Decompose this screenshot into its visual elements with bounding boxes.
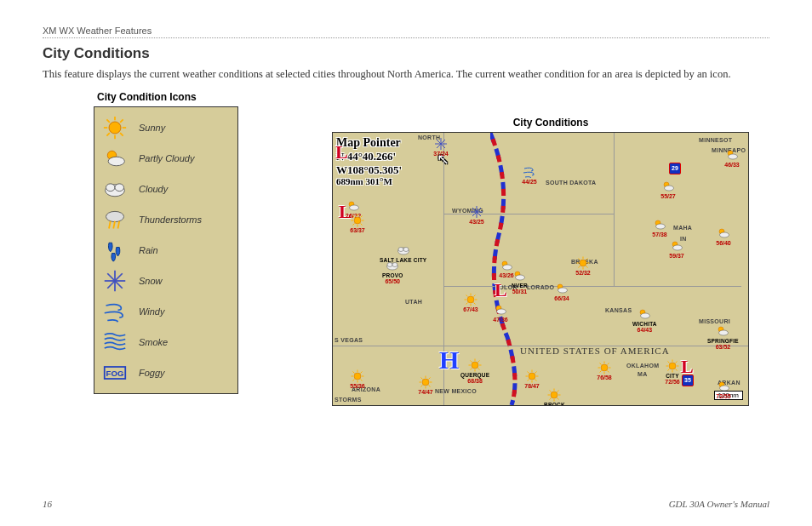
city-temp: 52/32 <box>575 270 591 276</box>
state-label: STORMS <box>335 397 362 403</box>
city-marker[interactable]: 72/55 <box>716 380 731 399</box>
legend-row: Smoke <box>101 327 231 357</box>
state-label: MA <box>638 371 648 377</box>
city-marker[interactable]: CITY72/56 <box>665 359 680 385</box>
city-marker[interactable]: 74/47 <box>418 375 433 395</box>
legend-row: Sunny <box>101 112 231 143</box>
city-name: QUERQUE <box>460 372 489 378</box>
country-label: UNITED STATES OF AMERICA <box>520 346 670 356</box>
city-temp: 46/33 <box>724 162 740 168</box>
city-temp: 68/38 <box>467 378 483 384</box>
city-weather-icon <box>385 259 400 272</box>
state-label: UTAH <box>405 299 422 305</box>
city-temp: 72/56 <box>665 379 680 385</box>
city-marker[interactable]: 63/37 <box>350 214 365 233</box>
city-weather-icon <box>716 380 731 393</box>
city-weather-icon <box>467 358 483 372</box>
city-weather-icon <box>418 375 433 389</box>
city-weather-icon <box>669 239 684 253</box>
smoke-icon <box>101 330 129 354</box>
legend-row: Windy <box>101 296 231 327</box>
city-marker[interactable]: NVER50/31 <box>512 269 528 294</box>
city-temp: 65/50 <box>385 278 400 284</box>
pointer-lon: W108°05.305' <box>336 163 402 177</box>
city-temp: 67/43 <box>463 306 478 312</box>
city-marker[interactable]: QUERQUE68/38 <box>460 358 489 384</box>
city-weather-icon <box>546 388 562 402</box>
city-marker[interactable]: 46/33 <box>724 148 740 168</box>
city-marker[interactable]: 66/34 <box>554 282 569 301</box>
manual-name: GDL 30A Owner's Manual <box>669 499 769 509</box>
city-weather-icon <box>652 218 667 232</box>
city-weather-icon <box>637 307 652 321</box>
city-weather-icon <box>469 205 484 219</box>
city-marker[interactable]: 52/32 <box>575 256 591 276</box>
state-label: MINNESOT <box>699 137 732 143</box>
state-label: MAHA <box>673 225 692 231</box>
legend-row: Partly Cloudy <box>101 143 231 174</box>
state-label: S VEGAS <box>335 337 363 343</box>
pointer-dist: 689nm 301°M <box>336 176 402 187</box>
pressure-high-icon: H <box>439 346 459 374</box>
rain-icon <box>101 238 129 262</box>
map-title: City Conditions <box>332 117 769 129</box>
city-marker[interactable]: SPRINGFIE63/52 <box>707 324 739 350</box>
pressure-low-icon: L <box>681 356 694 378</box>
city-name: CITY <box>666 373 679 379</box>
city-weather-icon <box>665 359 680 373</box>
pressure-low-icon: L <box>335 141 348 163</box>
city-weather-icon <box>493 303 508 317</box>
city-name: PROVO <box>382 272 403 278</box>
state-label: OKLAHOM <box>626 363 659 369</box>
city-temp: 78/47 <box>524 383 540 389</box>
state-label: NEW MEXICO <box>435 388 477 394</box>
legend-label: Snow <box>139 276 163 286</box>
city-marker[interactable]: BBOCK <box>544 388 565 406</box>
city-weather-icon <box>350 214 365 227</box>
sunny-icon <box>101 116 129 140</box>
foggy-icon <box>101 361 129 385</box>
city-marker[interactable]: PROVO65/50 <box>382 259 403 284</box>
city-marker[interactable]: 37/24 <box>433 137 449 157</box>
city-marker[interactable]: 43/25 <box>469 205 484 225</box>
legend-label: Sunny <box>139 123 165 133</box>
city-name: SPRINGFIE <box>707 338 739 344</box>
city-marker[interactable]: 44/25 <box>522 165 537 185</box>
cloudy-icon <box>101 177 129 201</box>
city-name: NVER <box>512 283 528 289</box>
city-temp: 74/47 <box>418 389 433 395</box>
legend-label: Partly Cloudy <box>139 153 194 163</box>
city-marker[interactable]: 78/47 <box>524 369 540 389</box>
city-temp: 47/36 <box>493 317 508 323</box>
city-temp: 43/25 <box>469 219 484 225</box>
city-weather-icon <box>396 243 411 257</box>
legend-box: SunnyPartly CloudyCloudyThunderstormsRai… <box>94 106 238 394</box>
city-marker[interactable]: 67/43 <box>463 293 478 312</box>
city-temp: 56/40 <box>716 240 731 246</box>
city-marker[interactable]: 76/58 <box>597 361 612 380</box>
city-marker[interactable]: 56/40 <box>716 226 731 246</box>
city-weather-icon <box>597 361 612 374</box>
pressure-low-icon: L <box>495 279 507 301</box>
city-marker[interactable]: 55/27 <box>660 180 676 199</box>
city-marker[interactable]: 47/36 <box>493 303 508 323</box>
page-number: 16 <box>43 499 52 509</box>
city-temp: 55/27 <box>660 193 676 199</box>
partly-cloudy-icon <box>101 146 129 170</box>
city-temp: 50/31 <box>512 289 528 294</box>
city-weather-icon <box>463 293 478 306</box>
city-weather-icon <box>575 256 591 270</box>
city-temp: 72/55 <box>716 393 731 399</box>
legend-label: Foggy <box>139 368 165 378</box>
city-marker[interactable]: WICHITA64/43 <box>632 307 657 333</box>
city-marker[interactable]: 59/37 <box>669 239 684 259</box>
city-marker[interactable]: 57/38 <box>652 218 667 237</box>
city-weather-icon <box>524 369 540 383</box>
city-weather-icon <box>660 180 676 193</box>
city-weather-icon <box>724 148 740 162</box>
legend-row: Cloudy <box>101 174 231 204</box>
city-temp: 55/36 <box>350 383 365 389</box>
map-display[interactable]: Map Pointer N 44°40.266' W108°05.305' 68… <box>332 132 749 406</box>
city-marker[interactable]: 55/36 <box>350 369 365 389</box>
city-weather-icon <box>716 226 731 240</box>
